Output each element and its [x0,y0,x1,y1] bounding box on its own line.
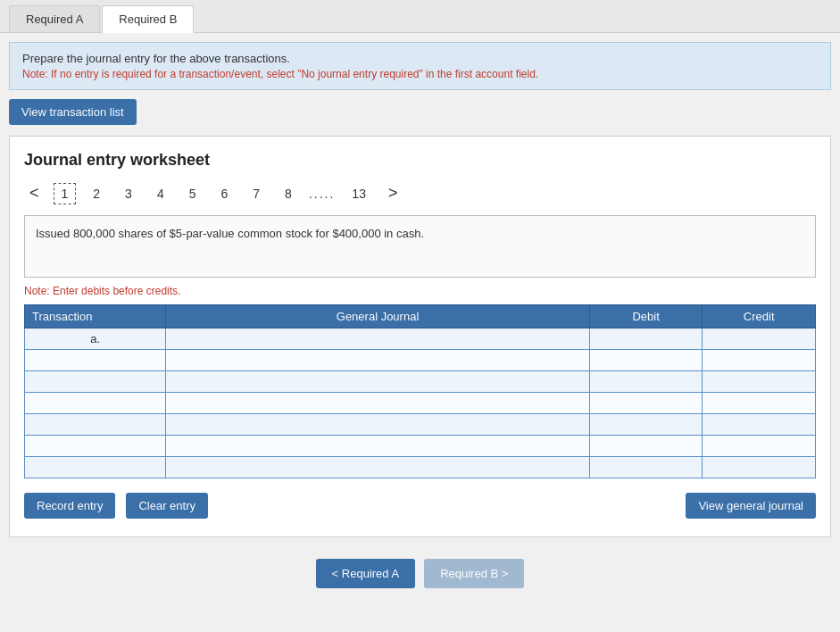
transaction-label-a: a. [25,328,166,350]
transaction-label-7 [25,457,166,478]
journal-cell-7[interactable] [166,457,590,478]
clear-entry-button[interactable]: Clear entry [126,493,208,519]
navigator: < 1 2 3 4 5 6 7 8 ..... 13 > [24,182,816,204]
credit-input-4[interactable] [703,393,815,413]
next-nav-button: Required B > [424,559,524,588]
nav-page-8[interactable]: 8 [277,183,300,204]
table-row [25,350,816,371]
col-debit: Debit [589,305,703,328]
credit-cell-2[interactable] [703,350,816,371]
journal-cell-3[interactable] [166,371,590,393]
journal-input-4[interactable] [166,393,589,413]
transaction-label-4 [25,393,166,414]
debit-cell-6[interactable] [589,436,703,457]
table-row [25,371,816,393]
nav-page-4[interactable]: 4 [149,183,172,204]
view-general-journal-button[interactable]: View general journal [686,493,816,519]
debit-cell-4[interactable] [589,393,703,414]
transaction-label-5 [25,414,166,436]
credit-input-7[interactable] [703,457,815,478]
credit-input-3[interactable] [703,371,815,392]
credit-cell-5[interactable] [703,414,816,436]
debit-cell-3[interactable] [589,371,703,393]
debit-input-4[interactable] [590,393,703,413]
journal-cell-5[interactable] [166,414,590,436]
debit-cell-1[interactable] [589,328,703,350]
nav-page-3[interactable]: 3 [117,183,140,204]
worksheet-panel: Journal entry worksheet < 1 2 3 4 5 6 7 … [9,136,831,537]
journal-cell-2[interactable] [166,350,590,371]
journal-input-6[interactable] [166,436,589,456]
table-row [25,457,816,478]
col-general-journal: General Journal [166,305,590,328]
notice-main-text: Prepare the journal entry for the above … [22,52,818,65]
table-row [25,393,816,414]
credit-cell-3[interactable] [703,371,816,393]
debit-input-3[interactable] [590,371,703,392]
prev-nav-button[interactable]: < Required A [316,559,416,588]
nav-page-7[interactable]: 7 [245,183,268,204]
journal-input-2[interactable] [166,350,589,370]
transaction-label-6 [25,436,166,457]
debit-input-7[interactable] [590,457,703,478]
next-arrow[interactable]: > [383,182,403,204]
prev-arrow[interactable]: < [24,182,45,204]
col-transaction: Transaction [25,305,166,328]
journal-input-1[interactable] [166,328,589,349]
record-entry-button[interactable]: Record entry [24,493,115,519]
tab-required-b[interactable]: Required B [102,5,194,33]
col-credit: Credit [703,305,816,328]
journal-input-3[interactable] [166,371,589,392]
debit-cell-5[interactable] [589,414,703,436]
credit-input-5[interactable] [703,414,815,435]
credit-cell-6[interactable] [703,436,816,457]
debit-input-1[interactable] [590,328,703,349]
nav-page-13[interactable]: 13 [344,183,374,204]
journal-table: Transaction General Journal Debit Credit… [24,304,816,478]
credit-cell-1[interactable] [703,328,816,350]
notice-box: Prepare the journal entry for the above … [9,42,831,90]
journal-input-7[interactable] [166,457,589,478]
credit-cell-4[interactable] [703,393,816,414]
debit-input-5[interactable] [590,414,703,435]
table-row: a. [25,328,816,350]
tabs-bar: Required A Required B [0,0,840,33]
journal-cell-1[interactable] [166,328,590,350]
credit-input-6[interactable] [703,436,815,456]
view-transaction-list-button[interactable]: View transaction list [9,99,137,125]
nav-page-1[interactable]: 1 [54,183,77,204]
credit-cell-7[interactable] [703,457,816,478]
nav-dots: ..... [309,187,335,201]
worksheet-title: Journal entry worksheet [24,151,816,170]
debit-input-2[interactable] [590,350,703,370]
table-row [25,436,816,457]
actions-row: Record entry Clear entry View general jo… [24,493,816,519]
table-row [25,414,816,436]
debit-cell-2[interactable] [589,350,703,371]
btn-row: View transaction list [9,99,831,125]
description-box: Issued 800,000 shares of $5-par-value co… [24,215,816,278]
transaction-label-2 [25,350,166,371]
journal-input-5[interactable] [166,414,589,435]
transaction-label-3 [25,371,166,393]
nav-page-2[interactable]: 2 [85,183,108,204]
debit-cell-7[interactable] [589,457,703,478]
debit-input-6[interactable] [590,436,703,456]
tab-required-a[interactable]: Required A [9,5,100,32]
nav-page-5[interactable]: 5 [181,183,204,204]
journal-cell-4[interactable] [166,393,590,414]
bottom-nav: < Required A Required B > [0,559,840,606]
notice-note-text: Note: If no entry is required for a tran… [22,68,818,80]
credit-input-2[interactable] [703,350,815,370]
debits-note: Note: Enter debits before credits. [24,285,816,297]
credit-input-1[interactable] [703,328,815,349]
journal-cell-6[interactable] [166,436,590,457]
nav-page-6[interactable]: 6 [213,183,237,204]
